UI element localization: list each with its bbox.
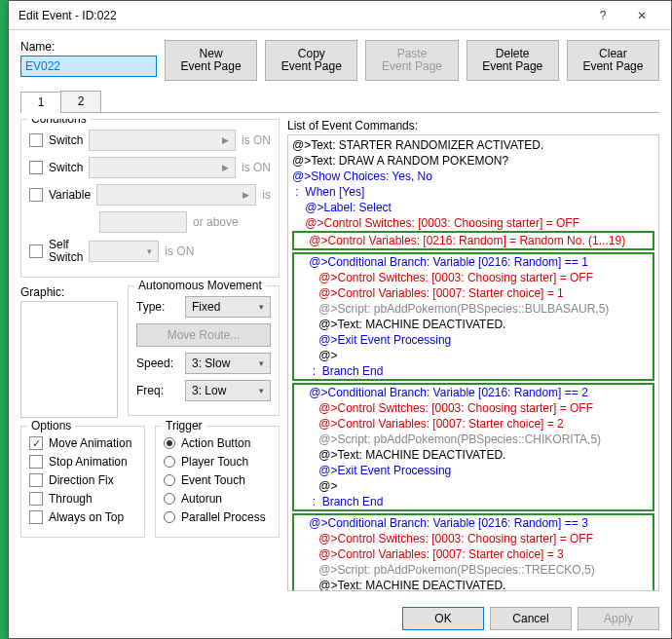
move-route-button: Move Route... [136, 323, 271, 347]
switch2-label: Switch [49, 161, 83, 174]
move-type-select[interactable]: Fixed▾ [185, 296, 271, 318]
name-label: Name: [20, 40, 157, 54]
edit-event-dialog: Edit Event - ID:022 ? ✕ Name: New Event … [8, 0, 672, 639]
cmd-line[interactable]: @>Text: MACHINE DEACTIVATED. [296, 447, 651, 463]
variable-dropdown: ▶ [96, 184, 256, 206]
chevron-down-icon: ▾ [147, 246, 152, 256]
freq-select[interactable]: 3: Low▾ [185, 380, 271, 401]
trigger-parallel-radio[interactable] [164, 511, 175, 523]
graphic-legend: Graphic: [20, 285, 118, 299]
cmd-line[interactable]: @>Control Variables: [0007: Starter choi… [296, 285, 651, 301]
autonomous-group: Autonomous Movement Type: Fixed▾ Move Ro… [128, 285, 280, 416]
cmd-line[interactable]: @>Control Switches: [0003: Choosing star… [292, 215, 654, 231]
cmd-line[interactable]: @>Text: STARTER RANDOMIZER ACTIVATED. [292, 137, 654, 153]
chevron-down-icon: ▾ [259, 302, 264, 312]
cmd-line[interactable]: @>Script: pbAddPokemon(PBSpecies::CHIKOR… [296, 432, 651, 447]
cmd-line[interactable]: @>Exit Event Processing [296, 463, 651, 478]
self-switch-checkbox[interactable] [29, 244, 43, 258]
trigger-player-radio[interactable] [164, 456, 175, 468]
command-list[interactable]: @>Text: STARTER RANDOMIZER ACTIVATED. @>… [287, 134, 659, 591]
options-group: Options Move Animation Stop Animation Di… [20, 426, 145, 538]
cmd-line[interactable]: : When [Yes] [292, 184, 654, 200]
tab-1[interactable]: 1 [20, 92, 61, 113]
highlight-box: @>Control Variables: [0216: Random] = Ra… [292, 231, 654, 250]
cmd-line[interactable]: @> [296, 348, 651, 363]
close-icon[interactable]: ✕ [622, 2, 661, 29]
page-tabs: 1 2 [20, 91, 659, 113]
cmd-line[interactable]: @>Script: pbAddPokemon(PBSpecies::BULBAS… [296, 301, 651, 317]
paste-page-button: Paste Event Page [365, 40, 458, 81]
trigger-autorun-radio[interactable] [164, 493, 175, 505]
stop-animation-checkbox[interactable] [29, 455, 43, 469]
cmd-line[interactable]: @>Label: Select [292, 200, 654, 215]
switch2-dropdown: ▶ [89, 157, 236, 178]
self-switch-dropdown: ▾ [89, 241, 159, 262]
always-on-top-checkbox[interactable] [29, 510, 43, 524]
self-switch-label: Self Switch [49, 239, 83, 263]
chevron-down-icon: ▾ [259, 386, 264, 395]
dialog-title: Edit Event - ID:022 [19, 9, 583, 22]
copy-page-button[interactable]: Copy Event Page [265, 40, 357, 81]
cmd-line[interactable]: @>Control Variables: [0007: Starter choi… [296, 416, 651, 432]
switch1-checkbox[interactable] [29, 133, 43, 147]
chevron-down-icon: ▾ [259, 358, 264, 368]
graphic-preview[interactable] [20, 301, 118, 418]
cmd-line[interactable]: @>Script: pbAddPokemon(PBSpecies::TREECK… [296, 562, 651, 578]
variable-label: Variable [49, 188, 91, 202]
cmd-line[interactable]: @>Exit Event Processing [296, 332, 651, 348]
highlight-box: @>Conditional Branch: Variable [0216: Ra… [292, 513, 654, 590]
cmd-line[interactable]: @> [296, 478, 651, 494]
cancel-button[interactable]: Cancel [490, 607, 572, 630]
conditions-group: Conditions Switch ▶ is ON Switch ▶ is ON [20, 119, 280, 278]
cmd-line[interactable]: @>Text: MACHINE DEACTIVATED. [296, 317, 651, 332]
new-page-button[interactable]: New Event Page [165, 40, 257, 81]
cmd-line[interactable]: @>Control Variables: [0216: Random] = Ra… [296, 233, 651, 248]
command-list-label: List of Event Commands: [287, 119, 659, 132]
cmd-line[interactable]: @>Text: MACHINE DEACTIVATED. [296, 578, 651, 590]
event-name-input[interactable] [20, 56, 157, 77]
conditions-legend: Conditions [27, 119, 91, 126]
autonomous-legend: Autonomous Movement [134, 279, 266, 292]
move-animation-checkbox[interactable] [29, 436, 43, 450]
cmd-line[interactable]: @>Control Variables: [0007: Starter choi… [296, 546, 651, 562]
through-checkbox[interactable] [29, 492, 43, 506]
switch1-label: Switch [49, 133, 83, 147]
switch1-dropdown: ▶ [89, 130, 236, 151]
cmd-line[interactable]: @>Control Switches: [0003: Choosing star… [296, 400, 651, 416]
trigger-group: Trigger Action Button Player Touch Event… [155, 426, 280, 538]
trigger-action-radio[interactable] [164, 437, 175, 449]
speed-select[interactable]: 3: Slow▾ [185, 353, 271, 374]
highlight-box: @>Conditional Branch: Variable [0216: Ra… [292, 252, 654, 381]
cmd-line[interactable]: @>Conditional Branch: Variable [0216: Ra… [296, 385, 651, 400]
variable-checkbox[interactable] [29, 188, 43, 202]
cmd-line[interactable]: : Branch End [296, 494, 651, 509]
titlebar: Edit Event - ID:022 ? ✕ [9, 1, 671, 30]
cmd-line[interactable]: @>Conditional Branch: Variable [0216: Ra… [296, 254, 651, 270]
cmd-line[interactable]: @>Show Choices: Yes, No [292, 169, 654, 184]
variable-value-input [99, 211, 187, 233]
cmd-line[interactable]: @>Control Switches: [0003: Choosing star… [296, 270, 651, 285]
switch2-checkbox[interactable] [29, 161, 43, 174]
tab-2[interactable]: 2 [60, 91, 101, 112]
ok-button[interactable]: OK [402, 607, 484, 630]
cmd-line[interactable]: @>Conditional Branch: Variable [0216: Ra… [296, 515, 651, 531]
cmd-line[interactable]: @>Control Switches: [0003: Choosing star… [296, 531, 651, 546]
highlight-box: @>Conditional Branch: Variable [0216: Ra… [292, 383, 654, 511]
delete-page-button[interactable]: Delete Event Page [467, 40, 559, 81]
cmd-line[interactable]: @>Text: DRAW A RANDOM POKEMON? [292, 153, 654, 169]
help-icon[interactable]: ? [583, 2, 622, 29]
clear-page-button[interactable]: Clear Event Page [567, 40, 659, 81]
trigger-event-radio[interactable] [164, 474, 175, 486]
apply-button: Apply [578, 607, 659, 630]
direction-fix-checkbox[interactable] [29, 473, 43, 487]
cmd-line[interactable]: : Branch End [296, 363, 651, 379]
